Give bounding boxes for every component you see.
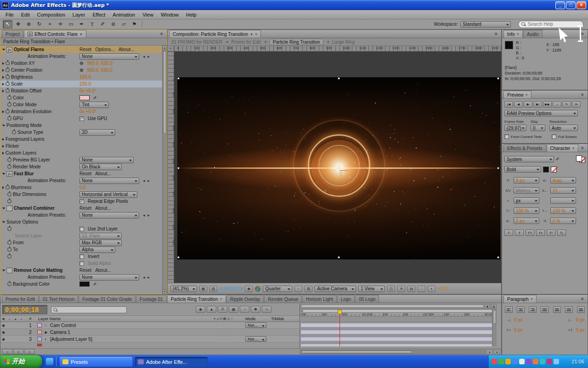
tray-icon-7[interactable] <box>533 359 538 364</box>
stopwatch-icon[interactable] <box>6 82 10 86</box>
menu-layer[interactable]: Layer <box>69 11 89 18</box>
expander-icon[interactable] <box>2 145 4 148</box>
point-target-icon[interactable]: ⊕ <box>79 68 83 73</box>
tab-preview[interactable]: Preview× <box>503 91 531 98</box>
quick-launch-icon[interactable] <box>46 358 53 365</box>
tab-paragraph[interactable]: Paragraph× <box>503 295 537 303</box>
timeline-tab-render-queue[interactable]: Render Queue <box>264 295 302 303</box>
stopwatch-icon[interactable] <box>7 254 11 259</box>
color-swatch[interactable] <box>79 282 90 287</box>
pan-behind-tool[interactable]: ✛ <box>56 20 65 29</box>
layer-track-1[interactable] <box>300 322 497 329</box>
first-frame-button[interactable]: |◀ <box>504 101 513 108</box>
show-channels-icon[interactable] <box>255 286 260 292</box>
expander-icon[interactable] <box>2 270 5 271</box>
stopwatch-icon[interactable] <box>7 227 11 231</box>
align-justify-last-center-button[interactable] <box>553 306 561 313</box>
to-dropdown[interactable]: Alpha <box>79 247 115 253</box>
exposure-value[interactable]: +0.0 <box>438 286 447 291</box>
composition-viewport[interactable]: + 01002003004005006007008009001000110012… <box>168 46 501 283</box>
expand-transfer-controls-button[interactable]: ◫ <box>13 349 23 354</box>
property-value[interactable]: 150.0 <box>79 75 91 80</box>
stopwatch-icon[interactable] <box>7 116 11 121</box>
selection-handle[interactable] <box>338 256 340 259</box>
layer-label-chip[interactable] <box>37 330 42 334</box>
time-navigator-bar[interactable] <box>301 305 484 308</box>
layer-row-3[interactable]: ◉3◐[Adjustment Layer 5]· · ·Nor... <box>0 336 300 343</box>
scrollbar-thumb[interactable] <box>493 310 496 324</box>
tray-icon-10[interactable] <box>554 359 559 364</box>
about-button[interactable]: About... <box>119 47 134 52</box>
audio-toggle-button[interactable]: ♪ <box>553 101 561 108</box>
selection-handle[interactable] <box>497 77 499 80</box>
property-value[interactable]: 960.0, 630.0 <box>87 61 113 66</box>
tray-icon-6[interactable] <box>526 359 531 364</box>
view-layout-dropdown[interactable]: 1 View <box>358 286 385 292</box>
effect-controls-scrollbar[interactable]: ▲ ▼ <box>162 46 167 294</box>
preset-prev-next-icons[interactable]: ◀ ▶ <box>143 55 151 58</box>
stopwatch-icon[interactable] <box>7 192 11 196</box>
align-right-button[interactable] <box>529 306 537 313</box>
loop-toggle-button[interactable]: ↻ <box>562 101 571 108</box>
hand-tool[interactable]: ✥ <box>13 20 23 29</box>
tab-composition[interactable]: Composition: Particle Ring Transition ▼ … <box>169 30 261 38</box>
about-button[interactable]: About... <box>95 206 111 211</box>
space-after-field[interactable]: ≡↧0 px <box>567 328 585 333</box>
panel-menu-icon[interactable]: ≡ <box>158 31 165 37</box>
align-justify-last-right-button[interactable] <box>565 306 573 313</box>
tsume-dropdown[interactable]: 0 % <box>550 218 576 224</box>
timeline-tab-ripple-overlay[interactable]: Ripple Overlay <box>226 295 264 303</box>
tray-icon-5[interactable] <box>519 359 525 364</box>
stopwatch-icon[interactable] <box>7 103 11 107</box>
layer-duration-bar[interactable] <box>300 337 496 341</box>
preset-prev-next-icons[interactable]: ◀ ▶ <box>143 276 151 279</box>
panel-menu-icon[interactable]: ≡ <box>579 92 586 98</box>
close-button[interactable]: × <box>577 1 586 9</box>
tray-icon-3[interactable] <box>505 359 511 364</box>
font-size-dropdown[interactable]: 9 px <box>514 177 539 184</box>
from-dropdown[interactable]: Max RGB <box>79 240 122 246</box>
use-gpu-checkbox[interactable]: ✓ <box>79 116 84 121</box>
draft-3d-icon[interactable]: ▲ <box>207 306 216 313</box>
motion-blur-icon[interactable]: ◔ <box>240 306 249 313</box>
mask-visibility-icon[interactable]: ▥ <box>209 286 217 292</box>
menu-animation[interactable]: Animation <box>109 11 139 18</box>
tab-dropdown-icon[interactable]: ▼ <box>79 33 83 36</box>
layer-switches[interactable]: · · · <box>201 338 245 341</box>
timeline-tab-promo-for-edit[interactable]: Promo for Edit <box>2 295 39 303</box>
timeline-tab-05-logo[interactable]: 05 Logo <box>355 295 379 303</box>
breadcrumb-large-ring[interactable]: Large Ring <box>332 40 355 45</box>
tab-effect-controls[interactable]: fx Effect Controls: Flare ▼ <box>24 30 86 38</box>
stopwatch-icon[interactable] <box>7 158 11 162</box>
expand-layer-switches-button[interactable]: ◫ <box>2 349 12 354</box>
eyedropper-icon[interactable]: ✐ <box>93 282 97 287</box>
search-help-box[interactable] <box>518 21 583 28</box>
expand-inout-button[interactable]: ◫ <box>24 349 34 354</box>
tab-character[interactable]: Character× <box>547 144 578 152</box>
expander-icon[interactable] <box>2 173 5 175</box>
preview-resolution-dropdown[interactable]: Auto <box>549 125 578 131</box>
timeline-search-box[interactable] <box>51 306 127 313</box>
about-button[interactable]: About... <box>95 171 111 176</box>
rotation-tool[interactable]: ↻ <box>34 20 44 29</box>
align-center-button[interactable] <box>517 306 525 313</box>
layer-visibility-icon[interactable]: ◉ <box>0 330 6 334</box>
from-current-time-checkbox[interactable]: From Current Time <box>504 134 542 139</box>
stopwatch-icon[interactable] <box>7 282 11 286</box>
invert-checkbox[interactable] <box>79 254 84 259</box>
layer-visibility-icon[interactable]: ◉ <box>0 337 6 341</box>
tab-close-icon[interactable]: × <box>255 32 257 36</box>
current-time-indicator[interactable] <box>339 309 340 346</box>
expander-icon[interactable] <box>2 186 4 189</box>
zoom-tool[interactable]: ⊕ <box>24 20 34 29</box>
zoom-out-icon[interactable]: ▲ <box>486 350 493 354</box>
stopwatch-icon[interactable] <box>6 61 10 65</box>
breadcrumb-particle-ring-transition[interactable]: Particle Ring Transition <box>270 39 323 45</box>
property-value[interactable]: 0x +0.0° <box>79 109 96 114</box>
fill-stroke-swatches[interactable] <box>576 155 585 163</box>
reset-button[interactable]: Reset <box>79 268 91 273</box>
expander-icon[interactable] <box>2 83 4 86</box>
tab-info[interactable]: Info× <box>503 30 523 38</box>
selection-handle[interactable] <box>177 77 180 80</box>
start-button[interactable]: 开始 <box>0 355 42 368</box>
